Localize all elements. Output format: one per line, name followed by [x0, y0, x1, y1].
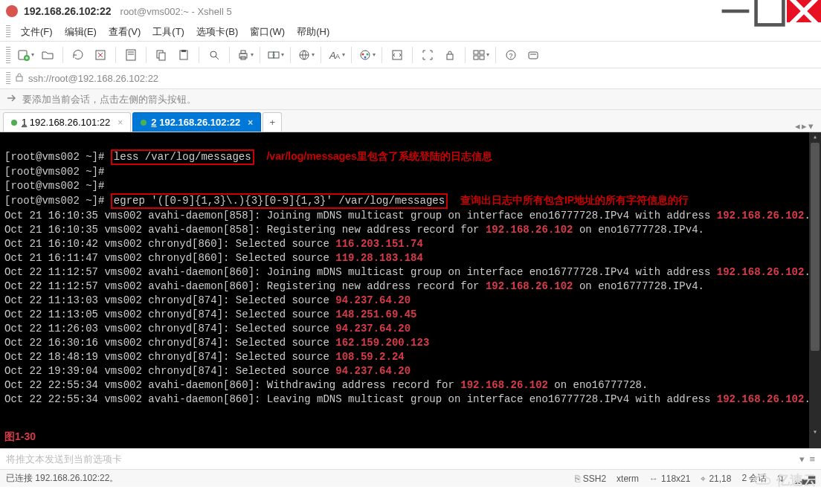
compose-button[interactable] [523, 45, 544, 65]
svg-point-18 [210, 51, 216, 57]
titlebar: 192.168.26.102:22 root@vms002:~ - Xshell… [0, 0, 821, 22]
tab-session-1[interactable]: 1 192.168.26.101:22 × [3, 112, 131, 132]
svg-text:?: ? [509, 52, 513, 59]
compose-bar[interactable]: 将推文本发送到当前选项卡 ▾ ≡ [0, 448, 821, 469]
tab-label: 192.168.26.102:22 [159, 117, 240, 128]
help-button[interactable]: ? [500, 45, 521, 65]
hint-text: 要添加当前会话，点击左侧的箭头按钮。 [22, 93, 196, 106]
find-button[interactable] [204, 45, 225, 65]
terminal-output: Oct 21 16:10:35 vms002 avahi-daemon[858]… [4, 209, 817, 407]
color-scheme-button[interactable]: ▾ [356, 45, 377, 65]
terminal-scrollbar-vertical[interactable]: ▴ ▾ [809, 132, 821, 448]
tab-prev-icon[interactable]: ◂ [795, 120, 800, 132]
toolbar-separator [229, 47, 230, 63]
svg-point-31 [364, 56, 366, 58]
tab-index: 2 [151, 117, 156, 128]
menu-window[interactable]: 窗口(W) [245, 24, 289, 40]
properties-button[interactable] [120, 45, 141, 65]
svg-line-19 [216, 56, 219, 59]
lock-button[interactable] [440, 45, 460, 65]
tab-session-2[interactable]: 2 192.168.26.102:22 × [132, 112, 261, 132]
scroll-down-icon[interactable]: ▾ [809, 427, 821, 438]
tab-close-icon[interactable]: × [117, 117, 123, 128]
lock-icon [15, 73, 24, 84]
status-network-icon[interactable]: ▂▄▆ [795, 474, 815, 484]
add-session-arrow-icon[interactable] [6, 92, 18, 106]
maximize-button[interactable] [753, 0, 787, 22]
toolbar: ▾ ▾ ▾ ▾ AA▾ ▾ ▾ ? [0, 42, 821, 68]
toolbar-separator [62, 47, 63, 63]
paste-button[interactable] [173, 45, 194, 65]
language-button[interactable]: ▾ [295, 45, 316, 65]
tab-dropdown-icon[interactable]: ▾ [808, 120, 814, 132]
reconnect-button[interactable] [68, 45, 88, 65]
tab-next-icon[interactable]: ▸ [802, 120, 807, 132]
prompt: [root@vms002 ~]# [4, 166, 104, 178]
annotated-command-2: egrep '([0-9]{1,3}\.){3}[0-9]{1,3}' /var… [111, 193, 448, 209]
disconnect-button[interactable] [90, 45, 111, 65]
tab-navigation: ◂ ▸ ▾ [791, 120, 818, 132]
prompt: [root@vms002 ~]# [4, 195, 104, 207]
compose-menu-icon[interactable]: ≡ [809, 453, 815, 465]
menu-edit[interactable]: 编辑(E) [60, 24, 101, 40]
annotated-command-1: less /var/log/messages [111, 149, 254, 165]
tab-label: 192.168.26.101:22 [30, 117, 110, 128]
figure-label: 图1-30 [4, 430, 36, 444]
menu-tools[interactable]: 工具(T) [148, 24, 189, 40]
svg-rect-17 [181, 50, 186, 52]
menubar: 文件(F) 编辑(E) 查看(V) 工具(T) 选项卡(B) 窗口(W) 帮助(… [0, 22, 821, 42]
svg-point-29 [361, 53, 364, 55]
address-url[interactable]: ssh://root@192.168.26.102:22 [28, 73, 158, 84]
script-button[interactable] [387, 45, 408, 65]
toolbar-separator [290, 47, 291, 63]
menu-help[interactable]: 帮助(H) [292, 24, 334, 40]
toolbar-separator [381, 47, 382, 63]
font-button[interactable]: AA▾ [326, 45, 347, 65]
layout-button[interactable]: ▾ [470, 45, 491, 65]
minimize-button[interactable] [718, 0, 753, 22]
address-bar: ssh://root@192.168.26.102:22 [0, 68, 821, 89]
svg-rect-40 [529, 52, 538, 59]
app-logo-icon [6, 5, 18, 17]
menu-view[interactable]: 查看(V) [104, 24, 145, 40]
svg-rect-21 [241, 51, 245, 54]
status-term-type: xterm [616, 474, 639, 484]
scroll-up-icon[interactable]: ▴ [809, 132, 821, 143]
toolbar-separator [321, 47, 321, 63]
fullscreen-button[interactable] [417, 45, 438, 65]
copy-button[interactable] [151, 45, 172, 65]
print-button[interactable]: ▾ [234, 45, 255, 65]
new-session-button[interactable]: ▾ [15, 45, 36, 65]
status-bar: 已连接 192.168.26.102:22。 ⎘SSH2 xterm ↔118x… [0, 469, 821, 487]
toolbar-separator [199, 47, 199, 63]
toolbar-separator [465, 47, 466, 63]
hint-bar: 要添加当前会话，点击左侧的箭头按钮。 [0, 89, 821, 110]
prompt: [root@vms002 ~]# [4, 151, 104, 163]
open-button[interactable] [37, 45, 58, 65]
toolbar-separator [495, 47, 496, 63]
status-ssh: ⎘SSH2 [575, 474, 606, 484]
tab-add-button[interactable]: + [263, 112, 282, 132]
toolbar-separator [351, 47, 352, 63]
tab-close-icon[interactable]: × [248, 117, 253, 128]
tab-bar: 1 192.168.26.101:22 × 2 192.168.26.102:2… [0, 110, 821, 132]
status-size: ↔118x21 [649, 474, 690, 484]
annotation-2: 查询出日志中所有包含IP地址的所有字符信息的行 [460, 194, 689, 206]
svg-rect-33 [447, 54, 453, 59]
compose-history-icon[interactable]: ▾ [799, 453, 805, 465]
svg-rect-36 [474, 56, 478, 59]
ssh-icon: ⎘ [575, 474, 580, 484]
window-title-sub: root@vms002:~ - Xshell 5 [120, 6, 232, 17]
menu-file[interactable]: 文件(F) [16, 24, 57, 40]
status-connection: 已连接 192.168.26.102:22。 [6, 472, 118, 485]
scroll-thumb[interactable] [811, 143, 820, 351]
status-sessions: 2 会话 [741, 472, 767, 485]
menu-tabs[interactable]: 选项卡(B) [192, 24, 242, 40]
status-updown-icon[interactable]: ⇅ [777, 474, 785, 484]
status-cursor-pos: ⌖21,18 [701, 474, 731, 484]
close-button[interactable] [787, 0, 821, 22]
prompt: [root@vms002 ~]# [4, 180, 104, 192]
svg-rect-42 [16, 77, 22, 81]
transfer-button[interactable]: ▾ [265, 45, 286, 65]
terminal[interactable]: [root@vms002 ~]# less /var/log/messages … [0, 132, 821, 448]
